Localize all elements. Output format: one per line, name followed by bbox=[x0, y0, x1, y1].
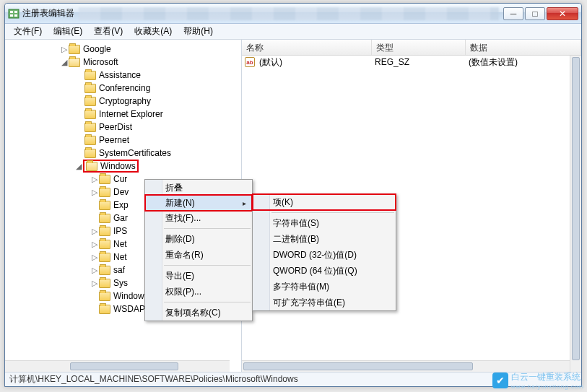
sub-dword[interactable]: DWORD (32-位)值(D) bbox=[253, 247, 396, 263]
minimize-button[interactable]: ─ bbox=[503, 7, 523, 20]
folder-icon bbox=[84, 123, 96, 132]
tree-node[interactable]: Assistance bbox=[9, 69, 241, 82]
menu-edit[interactable]: 编辑(E) bbox=[48, 24, 88, 39]
sub-expand[interactable]: 可扩充字符串值(E) bbox=[253, 295, 396, 310]
folder-icon bbox=[99, 188, 110, 197]
folder-icon bbox=[84, 97, 96, 106]
close-button[interactable]: ✕ bbox=[547, 7, 578, 20]
folder-icon bbox=[99, 266, 110, 275]
folder-icon bbox=[99, 292, 110, 301]
sub-multi[interactable]: 多字符串值(M) bbox=[253, 279, 396, 295]
titlebar-blur bbox=[79, 7, 499, 20]
ctx-delete[interactable]: 删除(D) bbox=[145, 231, 252, 247]
titlebar[interactable]: 注册表编辑器 ─ □ ✕ bbox=[5, 4, 581, 24]
folder-icon bbox=[84, 71, 96, 80]
value-type: REG_SZ bbox=[370, 57, 464, 67]
tree-node-windows[interactable]: ◢Windows bbox=[9, 160, 241, 173]
menu-view[interactable]: 查看(V) bbox=[88, 24, 129, 39]
folder-icon bbox=[69, 45, 80, 54]
context-submenu-new: 项(K) 字符串值(S) 二进制值(B) DWORD (32-位)值(D) QW… bbox=[252, 193, 396, 311]
menu-help[interactable]: 帮助(H) bbox=[178, 24, 219, 39]
watermark: ✔ 白云一键重装系统 www.baiyunxitong.com bbox=[492, 371, 584, 390]
watermark-url: www.baiyunxitong.com bbox=[511, 383, 584, 390]
folder-icon bbox=[99, 279, 110, 288]
folder-icon bbox=[84, 149, 96, 158]
folder-icon bbox=[99, 305, 110, 314]
col-type[interactable]: 类型 bbox=[372, 40, 466, 55]
tree-node[interactable]: SystemCertificates bbox=[9, 147, 241, 160]
tree-node[interactable]: Peernet bbox=[9, 134, 241, 147]
folder-icon bbox=[99, 253, 110, 262]
folder-icon bbox=[84, 84, 96, 93]
svg-rect-1 bbox=[10, 11, 13, 13]
folder-icon bbox=[99, 227, 110, 236]
value-data: (数值未设置) bbox=[464, 56, 522, 69]
column-headers[interactable]: 名称 类型 数据 bbox=[242, 40, 581, 56]
ctx-perm[interactable]: 权限(P)... bbox=[145, 284, 252, 300]
menubar: 文件(F) 编辑(E) 查看(V) 收藏夹(A) 帮助(H) bbox=[5, 24, 581, 40]
folder-icon bbox=[84, 110, 96, 119]
ctx-copyname[interactable]: 复制项名称(C) bbox=[145, 305, 252, 321]
ctx-find[interactable]: 查找(F)... bbox=[145, 210, 252, 226]
window-title: 注册表编辑器 bbox=[22, 7, 74, 19]
folder-icon bbox=[84, 136, 96, 145]
folder-icon bbox=[99, 214, 110, 223]
folder-icon bbox=[69, 58, 80, 67]
folder-icon bbox=[86, 162, 97, 171]
list-v-scroll[interactable] bbox=[570, 56, 581, 372]
tree-node[interactable]: Cryptography bbox=[9, 95, 241, 108]
svg-rect-3 bbox=[14, 11, 17, 13]
menu-file[interactable]: 文件(F) bbox=[8, 24, 48, 39]
ctx-rename[interactable]: 重命名(R) bbox=[145, 247, 252, 263]
folder-icon bbox=[99, 201, 110, 210]
watermark-title: 白云一键重装系统 bbox=[511, 371, 584, 383]
svg-rect-2 bbox=[10, 14, 13, 17]
tree-h-scroll[interactable] bbox=[5, 360, 230, 372]
status-path: 计算机\HKEY_LOCAL_MACHINE\SOFTWARE\Policies… bbox=[9, 373, 298, 386]
folder-icon bbox=[99, 240, 110, 249]
app-icon bbox=[8, 8, 19, 19]
ctx-export[interactable]: 导出(E) bbox=[145, 268, 252, 284]
value-row-default[interactable]: ab (默认) REG_SZ (数值未设置) bbox=[242, 56, 581, 69]
svg-rect-0 bbox=[9, 9, 19, 18]
sub-binary[interactable]: 二进制值(B) bbox=[253, 231, 396, 247]
string-value-icon: ab bbox=[245, 57, 255, 67]
maximize-button[interactable]: □ bbox=[525, 7, 545, 20]
col-data[interactable]: 数据 bbox=[466, 40, 581, 55]
folder-icon bbox=[99, 175, 110, 184]
sub-qword[interactable]: QWORD (64 位)值(Q) bbox=[253, 263, 396, 279]
tree-node[interactable]: Internet Explorer bbox=[9, 108, 241, 121]
menu-fav[interactable]: 收藏夹(A) bbox=[129, 24, 178, 39]
value-name: (默认) bbox=[255, 56, 370, 69]
tree-node[interactable]: PeerDist bbox=[9, 121, 241, 134]
highlight-key bbox=[252, 193, 396, 211]
highlight-new bbox=[144, 194, 253, 212]
svg-rect-4 bbox=[14, 14, 17, 17]
tree-node[interactable]: Conferencing bbox=[9, 82, 241, 95]
tree-node-microsoft[interactable]: ◢Microsoft bbox=[9, 56, 241, 69]
list-h-scroll[interactable] bbox=[242, 360, 570, 372]
ctx-collapse[interactable]: 折叠 bbox=[145, 180, 252, 196]
col-name[interactable]: 名称 bbox=[242, 40, 372, 55]
sub-string[interactable]: 字符串值(S) bbox=[253, 215, 396, 231]
watermark-icon: ✔ bbox=[492, 373, 508, 388]
tree-node-google[interactable]: ▷Google bbox=[9, 43, 241, 56]
